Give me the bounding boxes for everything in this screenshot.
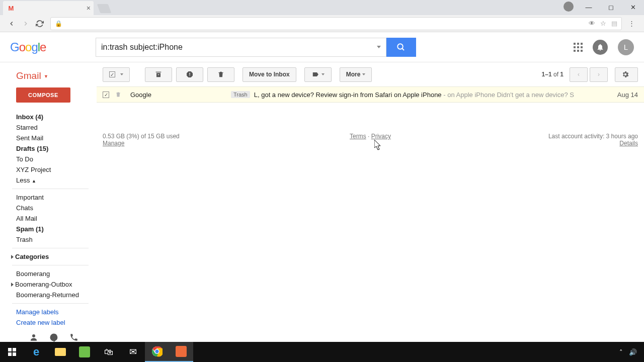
- nav-todo[interactable]: To Do: [0, 154, 97, 164]
- sidebar-footer: [0, 333, 97, 342]
- svg-point-0: [397, 44, 403, 49]
- chrome-menu-icon[interactable]: ⋮: [625, 17, 638, 30]
- mail-taskbar-icon[interactable]: ✉: [121, 342, 145, 362]
- nav-chats[interactable]: Chats: [0, 203, 97, 213]
- account-avatar[interactable]: L: [618, 39, 634, 55]
- google-logo[interactable]: Google: [10, 40, 96, 54]
- tray-chevron-icon[interactable]: ˄: [619, 348, 623, 356]
- tray-volume-icon[interactable]: 🔊: [629, 348, 637, 356]
- explorer-taskbar-icon[interactable]: [48, 342, 72, 362]
- forward-button[interactable]: [19, 17, 32, 30]
- browser-addressbar: 🔒 👁 ☆ ▤ ⋮: [0, 15, 644, 32]
- windows-taskbar: e 🛍 ✉ ˄ 🔊: [0, 342, 644, 362]
- svg-line-1: [402, 48, 404, 50]
- labels-button[interactable]: [304, 67, 332, 82]
- hangouts-people-icon[interactable]: [29, 333, 38, 342]
- nav-allmail[interactable]: All Mail: [0, 213, 97, 224]
- nav-boomerang-returned[interactable]: Boomerang-Returned: [0, 290, 97, 300]
- message-date: Aug 14: [611, 91, 638, 99]
- sender-name: Google: [130, 91, 231, 99]
- row-checkbox[interactable]: ✓: [103, 92, 109, 98]
- nav-drafts[interactable]: Drafts (15): [0, 143, 97, 154]
- nav-inbox[interactable]: Inbox (4): [0, 112, 97, 122]
- message-row[interactable]: ✓ Google Trash L, got a new device? Revi…: [97, 86, 644, 103]
- svg-point-2: [32, 334, 35, 337]
- window-maximize-icon[interactable]: ◻: [600, 0, 622, 14]
- gmail-header: Google in:trash subject:iPhone L: [0, 32, 644, 62]
- tab-close-icon[interactable]: ×: [87, 4, 91, 12]
- nav-less[interactable]: Less ▲: [0, 175, 97, 186]
- reader-icon[interactable]: ▤: [611, 20, 617, 27]
- delete-button[interactable]: [207, 67, 234, 82]
- nav-boomerang-outbox[interactable]: Boomerang-Outbox: [0, 279, 97, 290]
- nav-important[interactable]: Important: [0, 192, 97, 203]
- more-button[interactable]: More: [340, 67, 372, 82]
- nav-categories[interactable]: Categories: [0, 251, 97, 262]
- svg-rect-6: [13, 352, 16, 356]
- chrome-taskbar-icon[interactable]: [145, 342, 169, 362]
- trash-label: Trash: [231, 91, 250, 98]
- gmail-dropdown[interactable]: Gmail ▼: [0, 70, 97, 81]
- settings-button[interactable]: [615, 67, 638, 82]
- window-minimize-icon[interactable]: —: [578, 0, 600, 14]
- start-button[interactable]: [0, 342, 24, 362]
- toolbar: ✓ Move to Inbox More 1–1 of 1 ‹ ›: [97, 62, 644, 86]
- edge-taskbar-icon[interactable]: e: [24, 342, 48, 362]
- reload-button[interactable]: [33, 17, 46, 30]
- compose-button[interactable]: COMPOSE: [16, 87, 70, 103]
- svg-rect-3: [8, 348, 12, 351]
- manage-storage-link[interactable]: Manage: [103, 140, 124, 147]
- nav-spam[interactable]: Spam (1): [0, 224, 97, 234]
- eye-extension-icon[interactable]: 👁: [589, 20, 595, 27]
- footer: 0.53 GB (3%) of 15 GB used Manage Terms …: [97, 133, 644, 147]
- svg-point-9: [155, 349, 159, 353]
- terms-link[interactable]: Terms: [350, 133, 366, 140]
- hangouts-phone-icon[interactable]: [69, 333, 78, 342]
- move-to-inbox-button[interactable]: Move to Inbox: [243, 67, 296, 82]
- svg-rect-5: [8, 352, 12, 356]
- nav-trash[interactable]: Trash: [0, 234, 97, 245]
- report-spam-button[interactable]: [176, 67, 203, 82]
- gmail-favicon: M: [7, 4, 15, 12]
- address-input[interactable]: 🔒 👁 ☆ ▤: [50, 17, 622, 30]
- nav-manage-labels[interactable]: Manage labels: [0, 307, 97, 317]
- browser-tab[interactable]: M ×: [3, 1, 94, 15]
- next-page-button[interactable]: ›: [590, 67, 608, 82]
- prev-page-button[interactable]: ‹: [570, 67, 588, 82]
- svg-rect-4: [13, 348, 16, 351]
- lock-icon: 🔒: [55, 20, 62, 27]
- window-close-icon[interactable]: ✕: [622, 0, 644, 14]
- search-input[interactable]: in:trash subject:iPhone: [96, 38, 386, 57]
- app1-taskbar-icon[interactable]: [72, 342, 97, 362]
- hangouts-chat-icon[interactable]: [49, 333, 58, 342]
- subject-line: L, got a new device? Review sign-in from…: [254, 91, 574, 99]
- nav-xyz[interactable]: XYZ Project: [0, 164, 97, 175]
- search-button[interactable]: [386, 38, 416, 57]
- privacy-link[interactable]: Privacy: [371, 133, 391, 140]
- select-dropdown[interactable]: ✓: [103, 67, 130, 82]
- search-options-caret-icon[interactable]: [377, 46, 381, 48]
- trash-icon: [115, 91, 121, 98]
- details-link[interactable]: Details: [619, 140, 638, 147]
- browser-tabbar: M × — ◻ ✕: [0, 0, 644, 15]
- store-taskbar-icon[interactable]: 🛍: [97, 342, 121, 362]
- nav-create-label[interactable]: Create new label: [0, 317, 97, 328]
- archive-button[interactable]: [145, 67, 172, 82]
- activity-text: Last account activity: 3 hours ago: [548, 133, 638, 140]
- star-icon[interactable]: ☆: [600, 20, 606, 27]
- app2-taskbar-icon[interactable]: [169, 342, 193, 362]
- search-value: in:trash subject:iPhone: [101, 43, 183, 52]
- storage-text: 0.53 GB (3%) of 15 GB used: [103, 133, 180, 140]
- nav-starred[interactable]: Starred: [0, 122, 97, 133]
- apps-grid-icon[interactable]: [574, 43, 583, 52]
- chrome-profile-icon[interactable]: [564, 2, 574, 12]
- notifications-icon[interactable]: [593, 40, 608, 55]
- main-content: ✓ Move to Inbox More 1–1 of 1 ‹ › ✓ Goog…: [97, 62, 644, 361]
- new-tab-button[interactable]: [97, 4, 112, 13]
- pagination-text: 1–1 of 1: [542, 71, 564, 78]
- back-button[interactable]: [5, 17, 18, 30]
- nav-boomerang[interactable]: Boomerang: [0, 268, 97, 279]
- nav-sent[interactable]: Sent Mail: [0, 133, 97, 143]
- sidebar: Gmail ▼ COMPOSE Inbox (4) Starred Sent M…: [0, 62, 97, 361]
